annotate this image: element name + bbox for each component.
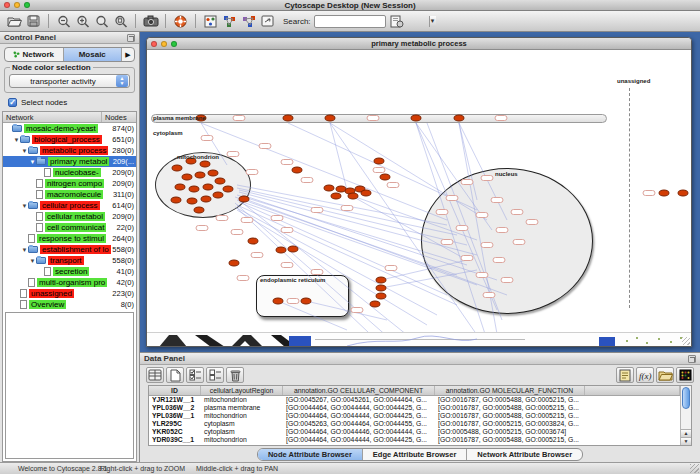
network-node[interactable] — [292, 167, 303, 174]
search-dropdown-arrow-icon[interactable]: ▼ — [429, 16, 436, 27]
table-row[interactable]: YJR121W__1mitochondrion[GO:0045267, GO:0… — [149, 396, 680, 404]
tab-network[interactable]: Network — [5, 48, 64, 61]
tree-row-establishment-of-lo[interactable]: ▼establishment of lo558(0) — [3, 244, 136, 255]
network-node[interactable] — [370, 301, 381, 308]
network-node[interactable] — [201, 196, 212, 203]
table-row[interactable]: YKR052Ccytoplasm[GO:0044464, GO:0044446,… — [149, 428, 680, 436]
network-node[interactable] — [194, 207, 205, 214]
tree-row-metabolic-process[interactable]: ▼metabolic process280(0) — [3, 145, 136, 156]
zoom-out-icon[interactable] — [55, 14, 72, 29]
network-node[interactable] — [678, 190, 689, 197]
attribute-table-icon[interactable] — [146, 367, 164, 383]
delete-attribute-icon[interactable] — [226, 367, 244, 383]
column-header-region[interactable]: cellularLayoutRegion — [201, 386, 283, 395]
window-resize-grip[interactable] — [690, 464, 699, 473]
tab-edge-attribute-browser[interactable]: Edge Attribute Browser — [363, 449, 467, 460]
float-panel-icon[interactable] — [127, 34, 135, 42]
tab-overflow-arrow[interactable]: ▶ — [122, 48, 134, 61]
tree-row-overview[interactable]: Overview8(0) — [3, 299, 136, 310]
import-attributes-icon[interactable] — [656, 367, 674, 383]
network-node[interactable] — [189, 186, 200, 193]
network-node[interactable] — [171, 197, 182, 204]
zoom-selected-icon[interactable] — [112, 14, 129, 29]
tree-row-macromolecule[interactable]: macromolecule311(0) — [3, 189, 136, 200]
tree-row-multi-organism-pro[interactable]: multi-organism pro42(0) — [3, 277, 136, 288]
column-header-id[interactable]: ID — [149, 386, 201, 395]
tree-expander-icon[interactable]: ▼ — [29, 159, 36, 165]
tree-row-nucleobase-[interactable]: nucleobase-209(0) — [3, 167, 136, 178]
network-view-window[interactable]: primary metabolic process — [146, 37, 692, 347]
network-canvas[interactable]: plasma membranecytoplasmmitochondrionnuc… — [147, 50, 691, 346]
zoom-fit-icon[interactable] — [93, 14, 110, 29]
network-node[interactable] — [376, 285, 387, 292]
open-file-icon[interactable] — [6, 14, 23, 29]
network-node[interactable] — [276, 247, 287, 254]
tab-mosaic[interactable]: Mosaic — [64, 48, 123, 61]
network-node[interactable] — [361, 190, 372, 197]
scroll-down-button[interactable]: ▼ — [681, 437, 691, 445]
tree-row-cellular-process[interactable]: ▼cellular process614(0) — [3, 200, 136, 211]
tree-row-transport[interactable]: ▼transport558(0) — [3, 255, 136, 266]
network-node[interactable] — [288, 246, 299, 253]
network-node[interactable] — [187, 198, 198, 205]
tree-expander-icon[interactable]: ▼ — [13, 137, 20, 143]
scroll-up-button[interactable]: ▲ — [681, 429, 691, 437]
network-window-titlebar[interactable]: primary metabolic process — [147, 38, 691, 50]
tree-row-cellular-metabol[interactable]: cellular metabol209(0) — [3, 211, 136, 222]
network-node[interactable] — [376, 277, 387, 284]
unselect-attributes-icon[interactable] — [206, 367, 224, 383]
table-row[interactable]: YDR039C__1mitochondrion[GO:0044464, GO:0… — [149, 436, 680, 444]
network-node[interactable] — [213, 192, 224, 199]
tree-row-biological-process[interactable]: ▼biological_process651(0) — [3, 134, 136, 145]
network-node[interactable] — [454, 115, 465, 122]
table-scrollbar[interactable]: ▲ ▼ — [680, 386, 691, 445]
tab-network-attribute-browser[interactable]: Network Attribute Browser — [467, 449, 582, 460]
select-attributes-icon[interactable] — [186, 367, 204, 383]
tree-expander-icon[interactable]: ▼ — [21, 247, 28, 253]
network-node[interactable] — [325, 115, 336, 122]
help-icon[interactable] — [172, 14, 189, 29]
tree-row-unassigned[interactable]: unassigned223(0) — [3, 288, 136, 299]
network-node[interactable] — [348, 193, 359, 200]
network-node[interactable] — [208, 170, 219, 177]
column-header-molecular-function[interactable]: annotation.GO MOLECULAR_FUNCTION — [435, 386, 585, 395]
network-node[interactable] — [380, 174, 391, 181]
attribute-notes-icon[interactable] — [616, 367, 634, 383]
network-node[interactable] — [239, 196, 250, 203]
tree-column-nodes[interactable]: Nodes — [102, 112, 136, 122]
search-input[interactable] — [315, 16, 429, 27]
tab-node-attribute-browser[interactable]: Node Attribute Browser — [258, 449, 363, 460]
network-node[interactable] — [283, 115, 294, 122]
new-attribute-icon[interactable] — [166, 367, 184, 383]
network-node[interactable] — [273, 298, 284, 305]
column-header-cellular-component[interactable]: annotation.GO CELLULAR_COMPONENT — [283, 386, 435, 395]
vizmapper-icon[interactable] — [202, 14, 219, 29]
birdseye-view[interactable] — [5, 312, 134, 459]
annotation-icon[interactable] — [259, 14, 276, 29]
network-node[interactable] — [215, 178, 226, 185]
network-node[interactable] — [229, 260, 240, 267]
tree-row-cell-communicat[interactable]: cell communicat22(0) — [3, 222, 136, 233]
network-node[interactable] — [376, 293, 387, 300]
snapshot-icon[interactable] — [142, 14, 159, 29]
save-session-icon[interactable] — [25, 14, 42, 29]
select-nodes-checkbox[interactable]: ✓ — [8, 98, 17, 107]
table-row[interactable]: YLR295Ccytoplasm[GO:0045263, GO:0044464,… — [149, 420, 680, 428]
network-node[interactable] — [200, 161, 211, 168]
table-row[interactable]: YPL036W__2plasma membrane[GO:0044464, GO… — [149, 404, 680, 412]
tree-expander-icon[interactable]: ▼ — [21, 203, 28, 209]
search-config-icon[interactable] — [389, 14, 406, 29]
network-node[interactable] — [324, 185, 335, 192]
network-node[interactable] — [182, 174, 193, 181]
view-resize-grip[interactable] — [682, 337, 690, 345]
tree-column-network[interactable]: Network — [3, 112, 102, 122]
network-node[interactable] — [203, 184, 214, 191]
tree-expander-icon[interactable]: ▼ — [29, 258, 36, 264]
network-node[interactable] — [374, 158, 385, 165]
network-node[interactable] — [659, 190, 670, 197]
table-row[interactable]: YPL036W__1mitochondrion[GO:0044464, GO:0… — [149, 412, 680, 420]
node-color-dropdown[interactable]: transporter activity ▲▼ — [9, 74, 130, 88]
search-combobox[interactable]: ▼ — [314, 15, 386, 28]
tree-expander-icon[interactable]: ▼ — [21, 148, 28, 154]
scrollbar-thumb[interactable] — [682, 387, 690, 409]
